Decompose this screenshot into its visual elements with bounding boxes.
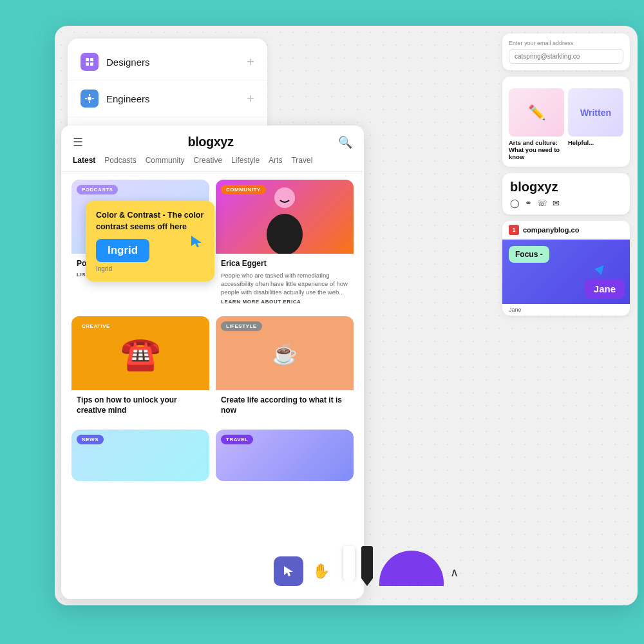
pencil-body-white: [343, 546, 355, 578]
blog-card-news[interactable]: NEWS: [71, 430, 209, 481]
blog-title: blogxyz: [188, 135, 234, 149]
pencil-tip-dark: [361, 578, 373, 586]
lifestyle-emoji: ☕: [272, 341, 298, 366]
creative-card-body: Tips on how to unlock your creative mind: [71, 390, 209, 422]
lifestyle-image: LIFESTYLE ☕: [216, 316, 354, 390]
instagram-icon[interactable]: ◯: [510, 198, 520, 208]
lifestyle-card-body: Create life according to what it is now: [216, 390, 354, 422]
articles-card: ✏️ Arts and culture: What you need to kn…: [502, 77, 630, 167]
social-icons-row: ◯ ⚭ ☏ ✉: [510, 198, 622, 208]
svg-rect-0: [86, 58, 89, 61]
engineers-icon: [84, 93, 95, 104]
tooltip-name-label: Ingrid: [96, 265, 204, 272]
hand-icon: ✋: [312, 563, 330, 580]
svg-rect-3: [90, 62, 93, 66]
svg-rect-7: [85, 98, 87, 99]
tooltip-name-badge: Ingrid: [96, 239, 149, 262]
white-pencil[interactable]: [343, 546, 355, 586]
svg-rect-5: [89, 94, 90, 96]
blog-card-creative[interactable]: CREATIVE ☎️ Tips on how to unlock your c…: [71, 316, 209, 422]
nav-latest[interactable]: Latest: [73, 156, 95, 165]
engineers-label: Engineers: [106, 93, 247, 104]
jane-name-label: Jane: [502, 304, 630, 316]
community-person: [262, 180, 307, 254]
site-preview-image: Focus - Jane: [502, 240, 630, 304]
note-image: Written: [568, 88, 623, 137]
creative-emoji: ☎️: [120, 335, 160, 372]
nav-creative[interactable]: Creative: [193, 156, 222, 165]
community-cta: LEARN MORE ABOUT ERICA: [221, 299, 348, 305]
creative-image: CREATIVE ☎️: [71, 316, 209, 390]
hand-tool-button[interactable]: ✋: [306, 556, 336, 586]
purple-circle-shape: [379, 551, 444, 586]
designers-plus[interactable]: +: [247, 55, 254, 70]
nav-podcasts[interactable]: Podcasts: [104, 156, 136, 165]
cursor-arrow-right: [594, 262, 607, 275]
list-item-designers[interactable]: Designers +: [68, 44, 267, 80]
svg-rect-8: [92, 98, 94, 99]
cursor-tool-button[interactable]: [274, 556, 303, 586]
article-1[interactable]: ✏️ Arts and culture: What you need to kn…: [509, 88, 564, 160]
url-bar: 1 companyblog.co: [502, 221, 630, 240]
pens-image: ✏️: [509, 88, 564, 137]
blog-card-community[interactable]: COMMUNITY Erica Eggert People who: [216, 180, 354, 310]
article-1-title: Arts and culture: What you need to know: [509, 139, 564, 160]
community-image: COMMUNITY: [216, 180, 354, 254]
site-url: companyblog.co: [523, 226, 579, 234]
blog-search-icon[interactable]: 🔍: [338, 135, 352, 149]
twitter-icon[interactable]: ☏: [537, 198, 547, 208]
favicon: 1: [509, 225, 519, 235]
bottom-site-card: 1 companyblog.co Focus - Jane Jane: [502, 221, 630, 316]
blog-menu-icon[interactable]: ☰: [73, 135, 83, 149]
email-input[interactable]: [509, 49, 623, 64]
svg-point-16: [267, 214, 303, 254]
news-badge: NEWS: [77, 435, 104, 444]
right-panel: Enter your email address ✏️ Arts and cul…: [496, 26, 638, 605]
cursor-tool-icon: [283, 565, 294, 578]
travel-badge: TRAVEL: [221, 435, 253, 444]
podcasts-badge: PODCASTS: [77, 185, 118, 194]
nav-travel[interactable]: Travel: [291, 156, 312, 165]
blog-row-2: CREATIVE ☎️ Tips on how to unlock your c…: [71, 316, 354, 422]
email-card: Enter your email address: [502, 33, 630, 70]
article-2-title: Helpful...: [568, 139, 623, 146]
article-images: ✏️ Arts and culture: What you need to kn…: [509, 88, 623, 160]
blog-window: ☰ blogxyz 🔍 Latest Podcasts Community Cr…: [61, 126, 364, 599]
community-title: Erica Eggert: [221, 259, 348, 269]
svg-rect-1: [90, 58, 93, 61]
svg-point-15: [274, 187, 295, 208]
article-2[interactable]: Written Helpful...: [568, 88, 623, 160]
tooltip-text: Color & Contrast - The color contrast se…: [96, 210, 204, 232]
nav-arts[interactable]: Arts: [269, 156, 282, 165]
svg-point-4: [88, 97, 91, 100]
community-badge: COMMUNITY: [221, 185, 266, 194]
svg-rect-6: [89, 101, 90, 103]
nav-lifestyle[interactable]: Lifestyle: [231, 156, 260, 165]
chevron-up-icon[interactable]: ∧: [450, 565, 459, 580]
cursor-icon: [190, 234, 203, 249]
main-panel: Designers + Engineers +: [55, 26, 638, 605]
blogxyz-branding: blogxyz ◯ ⚭ ☏ ✉: [502, 173, 630, 214]
engineers-plus[interactable]: +: [247, 91, 254, 106]
pencil-body-dark: [361, 546, 373, 578]
facebook-icon[interactable]: ✉: [553, 198, 560, 208]
blog-nav: Latest Podcasts Community Creative Lifes…: [61, 153, 364, 172]
blog-card-travel[interactable]: TRAVEL: [216, 430, 354, 481]
app-background: Designers + Engineers +: [0, 0, 644, 644]
news-image: NEWS: [71, 430, 209, 481]
email-label: Enter your email address: [509, 40, 623, 46]
jane-name-badge: Jane: [585, 279, 625, 299]
nav-community[interactable]: Community: [146, 156, 185, 165]
blog-header: ☰ blogxyz 🔍: [61, 126, 364, 153]
blog-row-3: NEWS TRAVEL: [71, 430, 354, 481]
dark-pencil[interactable]: [361, 546, 373, 586]
annotation-tooltip: Color & Contrast - The color contrast se…: [86, 201, 214, 281]
focus-tooltip: Focus -: [509, 246, 549, 263]
creative-title: Tips on how to unlock your creative mind: [77, 395, 204, 415]
community-desc: People who are tasked with remediating a…: [221, 271, 348, 297]
list-item-engineers[interactable]: Engineers +: [68, 80, 267, 117]
engineers-icon-box: [80, 90, 99, 108]
lifestyle-badge: LIFESTYLE: [221, 321, 262, 331]
blog-card-lifestyle[interactable]: LIFESTYLE ☕ Create life according to wha…: [216, 316, 354, 422]
whatsapp-icon[interactable]: ⚭: [525, 198, 532, 208]
